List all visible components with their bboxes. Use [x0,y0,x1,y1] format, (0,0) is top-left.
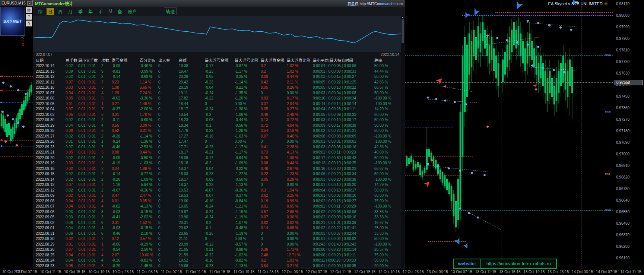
trade-marker-diamond: ◆ [25,92,27,95]
table-row[interactable]: 2022.09.200.020.01 | 0.012-0.09-0.50 %01… [33,155,405,161]
header-cell: 胜率 [374,58,402,63]
ea-name: EA Skynet v 8.75 UNLIMITED [548,1,603,6]
table-row[interactable]: 2022.09.120.020.01 | 0.012-0.07-0.36 %01… [33,188,405,193]
table-row[interactable]: 2022.09.090.020.01 | 0.0120.472.47 %019.… [33,193,405,199]
price-axis[interactable]: 0.981700.980800.979900.979000.978100.977… [613,0,644,269]
table-row[interactable]: 2022.09.290.040.01 | 0.0140.553.09 %018.… [33,123,405,129]
trade-marker-diamond: ◆ [444,99,446,102]
trade-marker-diamond: ◆ [537,45,539,48]
menu-item-币[interactable]: 币 [97,8,104,15]
trade-marker-diamond: ◆ [431,159,433,162]
menu-item-账户[interactable]: 账户 [126,8,138,15]
header-cell: 出入金 [158,58,179,63]
table-row[interactable]: 2022.08.300.020.01 | 0.0120.120.57 %021.… [33,236,405,242]
table-row[interactable]: 2022.09.140.020.01 | 0.012-0.20-1.09 %01… [33,177,405,183]
level-line [0,76,33,77]
table-row[interactable]: 2022.09.060.030.01 | 0.013-0.03-0.15 %01… [33,209,405,215]
toolbar-buttons: ▤?N [26,7,32,26]
table-row[interactable]: 2022.10.040.070.01 | 0.017-0.37-2.00 %01… [33,107,405,112]
table-row[interactable]: 2022.09.070.040.01 | 0.014-0.82-4.13 %01… [33,204,405,209]
table-row[interactable]: 2022.09.190.030.01 | 0.013-0.19-1.03 %01… [33,161,405,166]
minimize-button[interactable]: – [27,1,32,6]
side-button-?[interactable]: ? [26,14,32,20]
table-row[interactable]: 2022.09.260.010.01 | 0.011-0.24-1.36 %01… [33,139,405,145]
level-line [405,210,613,211]
strategy-label: strat [605,208,611,212]
stats-panel: MTCommander统计 复盘侠 http://MTCommander.com… [33,0,405,269]
table-row[interactable]: 2022.08.290.010.01 | 0.011-0.06-0.29 %02… [33,242,405,247]
level-line [0,102,33,103]
panel-menubar: 综日周月季年币M备账户轨迹 [33,7,405,16]
scrollbar-thumb[interactable] [402,19,404,43]
table-row[interactable]: 2022.10.050.010.01 | 0.0110.271.49 %018.… [33,101,405,107]
time-axis[interactable]: 10 Oct 202210 Oct 07:1510 Oct 11:1510 Oc… [0,269,644,275]
table-row[interactable]: 2022.10.120.020.01 | 0.012-0.14-0.69 %02… [33,74,405,80]
menu-item-综[interactable]: 综 [37,8,44,15]
table-row[interactable]: 2022.10.100.030.01 | 0.0131.085.65 %020.… [33,85,405,91]
time-label: 13 Oct 19:15 [523,270,545,274]
price-label: 0.97270 [616,117,629,121]
table-row[interactable]: 2022.09.050.030.01 | 0.013-0.41-2.02 %01… [33,215,405,220]
menu-item-M[interactable]: M [107,8,114,14]
scroll-up-icon[interactable]: ▲ [401,16,405,19]
panel-titlebar[interactable]: MTCommander统计 复盘侠 http://MTCommander.com [33,0,405,7]
table-row[interactable]: 2022.09.300.020.01 | 0.012-0.11-0.60 %01… [33,117,405,123]
mt4-terminal: ◆◆◆◆◆◆◆◆◆◆◆◆◆◆◆◆◆◆◆◆◆◆◆◆◆◆◆◆◆◆◆◆◆◆◆◆◆◆◆◆… [0,0,644,275]
trade-marker-diamond: ◆ [570,28,572,31]
price-label: 0.97990 [616,25,629,29]
panel-brand-link[interactable]: 复盘侠 http://MTCommander.com [348,1,403,6]
period-separator-line [581,0,581,269]
table-row[interactable]: 2022.10.070.040.01 | 0.0141.297.24 %019.… [33,91,405,96]
trade-marker-diamond: ◆ [2,81,4,84]
time-label: 12 Oct 07:15 [306,270,327,274]
table-row[interactable]: 2022.08.230.050.01 | 0.015-0.29-1.45 %01… [33,263,405,269]
table-row[interactable]: 2022.09.160.020.01 | 0.0120.341.89 %018.… [33,166,405,172]
level-line [0,157,33,157]
menu-item-年[interactable]: 年 [87,8,94,15]
trade-marker-diamond: ◆ [16,144,18,147]
menu-item-track[interactable]: 轨迹 [164,7,177,15]
table-row[interactable]: 2022.10.060.050.01 | 0.015-0.62-3.36 %01… [33,96,405,101]
table-row[interactable]: 2022.08.250.040.01 | 0.0142.0710.60 %021… [33,253,405,258]
menu-item-日[interactable]: 日 [47,8,54,15]
trade-marker-diamond: ◆ [10,85,12,88]
left-window-titlebar[interactable]: EURUSD,M15 – [0,0,33,6]
menu-item-周[interactable]: 周 [57,8,64,15]
time-label: 11 Oct 23:15 [258,270,279,274]
level-line [405,55,613,56]
table-row[interactable]: 2022.10.140.020.01 | 0.012-0.09-0.46 %01… [33,63,405,69]
time-label: 12 Oct 15:15 [354,270,375,274]
menu-item-备[interactable]: 备 [116,8,124,15]
side-button-▤[interactable]: ▤ [26,7,32,13]
table-row[interactable]: 2022.10.030.050.01 | 0.0150.311.70 %018.… [33,112,405,118]
price-alert-marker: ◀ [0,75,2,78]
table-row[interactable]: 2022.08.260.070.01 | 0.017-0.54-2.50 %02… [33,247,405,253]
table-row[interactable]: 2022.10.130.090.01 | 0.019-0.81-3.99 %01… [33,69,405,75]
price-label: 0.96640 [616,198,629,202]
table-row[interactable]: 2022.09.230.070.01 | 0.017-0.46-2.53 %01… [33,145,405,150]
header-cell: 盈亏金额 [112,58,140,63]
skynet-logo-text: SKYNET [3,19,22,23]
table-row[interactable]: 2022.10.110.070.01 | 0.0170.231.14 %020.… [33,80,405,85]
table-row[interactable]: 2022.08.240.040.01 | 0.014-0.16-0.81 %01… [33,258,405,263]
level-line [462,15,613,16]
time-label: 10 Oct 19:15 [88,270,110,274]
table-row[interactable]: 2022.09.130.070.01 | 0.017-1.16-5.94 %01… [33,182,405,188]
table-row[interactable]: 2022.09.080.040.01 | 0.0140.010.05 %019.… [33,199,405,204]
table-row[interactable]: 2022.09.010.040.01 | 0.014-0.03-0.15 %02… [33,225,405,231]
trade-marker-diamond: ◆ [4,140,7,143]
table-row[interactable]: 2022.09.280.060.01 | 0.0160.523.01 %017.… [33,128,405,134]
menu-item-季[interactable]: 季 [77,8,84,15]
trade-marker-diamond: ◆ [17,89,19,92]
table-row[interactable]: 2022.09.150.020.01 | 0.012-0.14-0.77 %01… [33,171,405,177]
panel-scrollbar[interactable]: ▲ [401,16,405,269]
trade-marker-diamond: ◆ [496,37,498,39]
table-row[interactable]: 2022.08.310.060.01 | 0.016-0.46-2.18 %02… [33,231,405,237]
side-button-N[interactable]: N [26,20,32,26]
table-row[interactable]: 2022.09.270.020.01 | 0.012-0.20-1.14 %01… [33,134,405,139]
trade-marker-diamond: ◆ [22,125,25,128]
menu-item-月[interactable]: 月 [67,8,74,15]
table-row[interactable]: 2022.09.210.050.01 | 0.0150.080.44 %018.… [33,150,405,155]
trade-marker-diamond: ◆ [542,66,544,69]
table-row[interactable]: 2022.09.020.060.01 | 0.0160.311.52 %020.… [33,220,405,226]
